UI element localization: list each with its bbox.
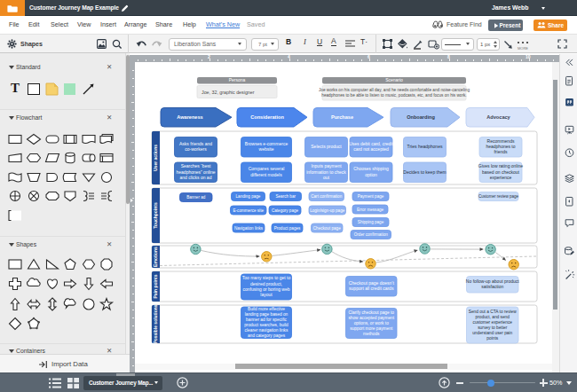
svg-text:Cart confirmation: Cart confirmation bbox=[311, 194, 342, 199]
svg-text:Login/sign-up page: Login/sign-up page bbox=[310, 208, 345, 213]
svg-text:Order confirmation: Order confirmation bbox=[354, 232, 388, 237]
svg-text:Persona: Persona bbox=[229, 78, 246, 83]
svg-text:Category page: Category page bbox=[272, 208, 299, 213]
svg-text:Touchpoints: Touchpoints bbox=[153, 202, 158, 229]
svg-text:Advocacy: Advocacy bbox=[486, 114, 510, 120]
svg-text:Checkout page: Checkout page bbox=[313, 226, 341, 231]
svg-text:Selects product: Selects product bbox=[311, 144, 342, 149]
svg-text:Searches “bestheadphones” onli: Searches “bestheadphones” onlineand clic… bbox=[177, 164, 216, 181]
svg-text:Tries headphones: Tries headphones bbox=[407, 144, 443, 149]
svg-text:Scenario: Scenario bbox=[385, 78, 403, 83]
svg-text:Shipping page: Shipping page bbox=[358, 220, 384, 224]
svg-text:Decides to keep them: Decides to keep them bbox=[403, 169, 446, 175]
svg-text:Search bar: Search bar bbox=[276, 194, 296, 199]
svg-text:Consideration: Consideration bbox=[250, 114, 284, 120]
svg-text:Banner ad: Banner ad bbox=[186, 195, 206, 200]
svg-text:Uses debit card, creditcard no: Uses debit card, creditcard not accepted bbox=[349, 141, 393, 152]
svg-text:Product pages: Product pages bbox=[274, 226, 301, 231]
svg-text:Joe, 32, graphic designer: Joe, 32, graphic designer bbox=[202, 90, 255, 95]
svg-text:Joe works on his computer all: Joe works on his computer all day, and h… bbox=[319, 88, 470, 98]
svg-text:Pain points: Pain points bbox=[153, 274, 158, 298]
svg-text:Landing page: Landing page bbox=[236, 194, 261, 199]
svg-text:Awareness: Awareness bbox=[177, 114, 202, 120]
svg-text:E-commerce site: E-commerce site bbox=[233, 208, 265, 213]
svg-text:Payment page: Payment page bbox=[358, 194, 384, 199]
svg-text:Purchase: Purchase bbox=[331, 114, 353, 120]
svg-text:Emotions: Emotions bbox=[153, 247, 158, 267]
svg-text:Build more effectivelanding pa: Build more effectivelanding page based o… bbox=[244, 307, 288, 338]
svg-text:Navigation links: Navigation links bbox=[234, 226, 264, 231]
svg-text:Checkout page doesn’tsupport a: Checkout page doesn’tsupport all credit … bbox=[349, 280, 395, 291]
svg-text:Customer review page: Customer review page bbox=[478, 194, 519, 199]
svg-text:User actions: User actions bbox=[153, 145, 158, 171]
svg-text:Compares severaldifferent mode: Compares severaldifferent models bbox=[249, 167, 285, 177]
svg-text:Error message: Error message bbox=[357, 208, 384, 212]
svg-text:Onboarding: Onboarding bbox=[407, 114, 435, 120]
svg-text:Possible solutions: Possible solutions bbox=[153, 304, 158, 343]
